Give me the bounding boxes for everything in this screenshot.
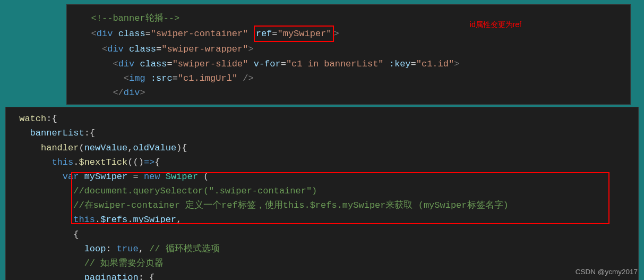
code-editor-top: id属性变更为ref <!--banner轮播--> <div class="s… <box>66 4 631 105</box>
code-line: watch:{ <box>6 112 638 126</box>
code-line: </div> <box>67 86 630 100</box>
code-line: //document.querySelector(".swiper-contai… <box>6 184 638 198</box>
code-line: <div class="swiper-slide" v-for="c1 in b… <box>67 57 630 71</box>
code-line: <div class="swiper-wrapper"> <box>67 42 630 56</box>
code-line: this.$nextTick(()=>{ <box>6 155 638 169</box>
watermark: CSDN @ycmy2017 <box>576 266 638 278</box>
code-line: <!--banner轮播--> <box>67 11 630 26</box>
code-line: pagination: { <box>6 270 638 280</box>
code-line: //在swiper-container 定义一个ref标签，使用this.$re… <box>6 198 638 213</box>
code-line: <img :src="c1.imgUrl" /> <box>67 71 630 86</box>
code-line: loop: true, // 循环模式选项 <box>6 242 638 256</box>
ref-highlight-box: ref="mySwiper" <box>254 26 334 42</box>
code-line: var mySwiper = new Swiper ( <box>6 169 638 184</box>
code-line: handler(newValue,oldValue){ <box>6 141 638 155</box>
annotation-text: id属性变更为ref <box>470 19 521 30</box>
code-line: bannerList:{ <box>6 126 638 140</box>
code-editor-bottom: watch:{ bannerList:{ handler(newValue,ol… <box>5 107 639 280</box>
code-line: <div class="swiper-container" ref="mySwi… <box>67 26 630 42</box>
code-line: this.$refs.mySwiper, <box>6 213 638 227</box>
code-line: // 如果需要分页器 <box>6 256 638 270</box>
code-line: { <box>6 227 638 242</box>
